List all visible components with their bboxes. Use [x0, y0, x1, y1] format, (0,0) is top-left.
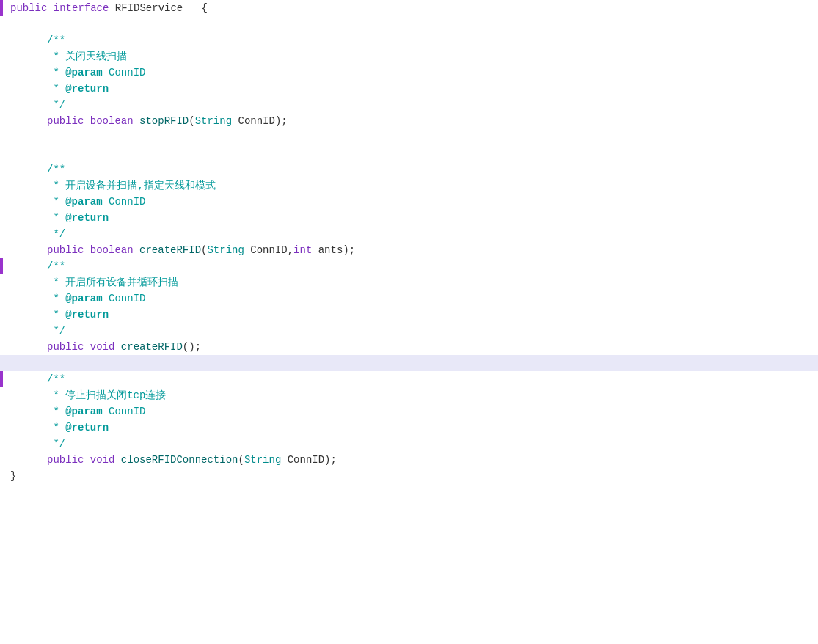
- line-content: /**: [7, 371, 65, 387]
- code-line: public void closeRFIDConnection(String C…: [0, 452, 818, 468]
- token: */: [47, 438, 65, 450]
- token: public: [47, 341, 90, 353]
- token: String: [195, 115, 232, 127]
- token: ConnID);: [281, 454, 337, 466]
- code-line: [0, 145, 818, 161]
- gutter: [0, 16, 7, 32]
- token: RFIDService: [115, 2, 183, 14]
- token: String: [244, 454, 281, 466]
- token: public: [47, 244, 90, 256]
- token: *: [47, 406, 65, 417]
- gutter: [0, 0, 7, 16]
- line-content: * @return: [7, 307, 109, 323]
- token: interface: [54, 2, 115, 14]
- line-content: */: [7, 436, 65, 452]
- code-line: * 开启设备并扫描,指定天线和模式: [0, 178, 818, 194]
- line-content: * 开启所有设备并循环扫描: [7, 274, 178, 290]
- line-content: public void closeRFIDConnection(String C…: [7, 452, 337, 468]
- line-content: */: [7, 323, 65, 339]
- line-content: public boolean stopRFID(String ConnID);: [7, 113, 288, 129]
- token: ConnID: [103, 293, 146, 304]
- token: String: [207, 244, 244, 256]
- token: * 开启所有设备并循环扫描: [47, 277, 178, 288]
- token: void: [90, 454, 121, 466]
- line-content: [7, 16, 53, 32]
- line-content: * @return: [7, 81, 109, 97]
- code-line: [0, 355, 818, 371]
- line-content: * @return: [7, 210, 109, 226]
- code-line: [0, 129, 818, 145]
- token: */: [47, 99, 65, 111]
- code-line: */: [0, 436, 818, 452]
- line-content: * @param ConnID: [7, 194, 145, 210]
- code-line: /**: [0, 371, 818, 387]
- gutter: [0, 468, 7, 484]
- token: void: [90, 341, 121, 353]
- token: ConnID,: [244, 244, 293, 256]
- gutter: [0, 258, 7, 274]
- token: */: [47, 228, 65, 240]
- line-content: * @param ConnID: [7, 403, 145, 420]
- token: *: [47, 293, 65, 304]
- line-content: public interface RFIDService {: [7, 0, 208, 16]
- gutter: [0, 32, 7, 48]
- code-content: public interface RFIDService { /** * 关闭天…: [0, 0, 818, 484]
- token: public: [47, 115, 90, 127]
- code-line: /**: [0, 258, 818, 274]
- token: closeRFIDConnection: [121, 454, 238, 466]
- line-content: * @return: [7, 420, 109, 436]
- code-line: * @return: [0, 420, 818, 436]
- token: *: [47, 67, 65, 78]
- gutter: [0, 113, 7, 129]
- token: @return: [65, 212, 109, 224]
- code-line: * @return: [0, 210, 818, 226]
- line-content: * @param ConnID: [7, 290, 145, 307]
- gutter: [0, 81, 7, 97]
- gutter: [0, 129, 7, 145]
- token: /**: [47, 164, 65, 175]
- line-content: [7, 129, 53, 145]
- gutter: [0, 290, 7, 307]
- line-content: }: [7, 468, 16, 484]
- token: (: [238, 454, 244, 466]
- line-content: [7, 145, 53, 161]
- code-line: /**: [0, 161, 818, 178]
- token: int: [293, 244, 318, 256]
- line-content: public void createRFID();: [7, 339, 201, 355]
- token: (: [189, 115, 194, 127]
- token: *: [47, 196, 65, 208]
- code-line: * @param ConnID: [0, 403, 818, 420]
- gutter: [0, 48, 7, 65]
- gutter: [0, 178, 7, 194]
- gutter: [0, 307, 7, 323]
- token: @return: [65, 83, 109, 95]
- token: createRFID: [139, 244, 201, 256]
- line-content: */: [7, 97, 65, 113]
- code-line: }: [0, 468, 818, 484]
- token: boolean: [90, 115, 139, 127]
- code-line: public void createRFID();: [0, 339, 818, 355]
- token: *: [47, 83, 65, 95]
- line-content: /**: [7, 161, 65, 178]
- token: * 开启设备并扫描,指定天线和模式: [47, 180, 216, 191]
- code-line: * 停止扫描关闭tcp连接: [0, 387, 818, 403]
- token: /**: [47, 34, 65, 46]
- gutter: [0, 403, 7, 420]
- token: ConnID);: [232, 115, 288, 127]
- token: ConnID: [103, 196, 146, 208]
- token: ConnID: [103, 67, 146, 78]
- code-line: */: [0, 97, 818, 113]
- code-line: * @return: [0, 81, 818, 97]
- token: public: [10, 2, 54, 14]
- gutter: [0, 145, 7, 161]
- line-content: * @param ConnID: [7, 65, 145, 81]
- gutter: [0, 161, 7, 178]
- gutter: [0, 339, 7, 355]
- line-content: */: [7, 226, 65, 242]
- token: @param: [65, 67, 102, 78]
- token: }: [10, 470, 16, 482]
- token: boolean: [90, 244, 139, 256]
- code-line: * @param ConnID: [0, 65, 818, 81]
- code-line: * @param ConnID: [0, 194, 818, 210]
- line-content: public boolean createRFID(String ConnID,…: [7, 242, 355, 258]
